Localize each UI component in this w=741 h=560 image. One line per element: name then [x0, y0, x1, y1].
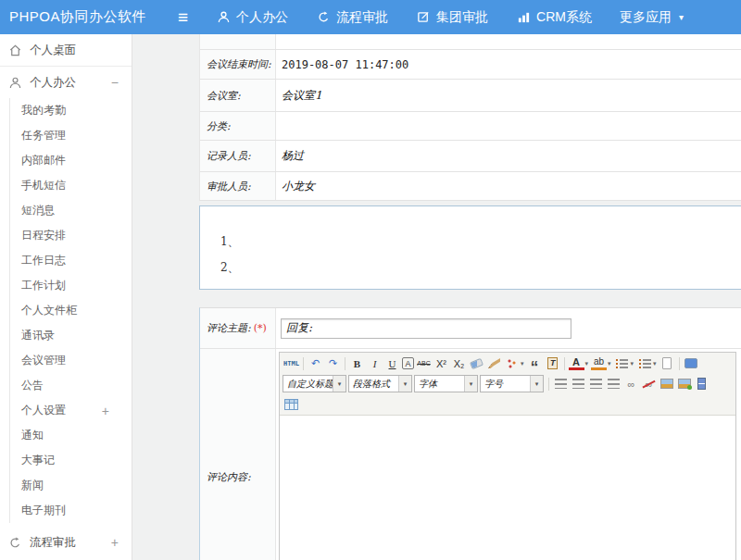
- sidebar-item-desktop[interactable]: 个人桌面: [0, 34, 132, 67]
- sidebar-item-8[interactable]: 个人文件柜: [10, 298, 132, 323]
- blockquote-icon[interactable]: “: [527, 355, 543, 372]
- eraser-icon[interactable]: [469, 355, 484, 372]
- sidebar-item-label: 任务管理: [21, 128, 66, 143]
- align-left-icon[interactable]: [553, 376, 569, 392]
- sidebar-item-11[interactable]: 公告: [10, 373, 132, 398]
- sidebar-item-13[interactable]: 通知: [10, 423, 132, 448]
- unordered-list-icon[interactable]: [636, 355, 652, 372]
- image-icon: [660, 379, 673, 389]
- sidebar-section-workflow[interactable]: 流程审批 +: [0, 527, 132, 558]
- caret-down-icon[interactable]: ▾: [631, 360, 634, 367]
- new-page-icon[interactable]: [659, 355, 675, 372]
- font-size-select[interactable]: 字号▾: [480, 375, 544, 392]
- bold-icon[interactable]: B: [349, 355, 365, 372]
- clear-format-icon: [488, 358, 500, 368]
- sidebar-item-14[interactable]: 大事记: [10, 448, 132, 473]
- dropdown-label: 自定义标题: [283, 378, 333, 391]
- align-justify-icon[interactable]: [606, 376, 622, 392]
- editor-content-area[interactable]: [280, 416, 735, 560]
- clear-format-icon[interactable]: [486, 355, 502, 372]
- sidebar-section-personal-office[interactable]: 个人办公 −: [0, 67, 132, 98]
- sidebar-item-4[interactable]: 短消息: [10, 198, 132, 223]
- insert-table-icon[interactable]: [283, 396, 299, 413]
- top-header: PHPOA协同办公软件 ≡ 个人办公流程审批集团审批CRM系统更多应用▾: [0, 0, 741, 34]
- expand-toggle[interactable]: +: [102, 404, 132, 418]
- sidebar-item-5[interactable]: 日程安排: [10, 223, 132, 248]
- nav-item-caret-down[interactable]: 更多应用▾: [620, 9, 684, 26]
- caret-down-icon[interactable]: ▾: [398, 376, 411, 392]
- caret-down-icon[interactable]: ▾: [653, 360, 657, 367]
- insert-image-icon: [678, 379, 691, 389]
- meeting-detail-table: 会议结束时间:2019-08-07 11:47:00会议室:会议室1分类:记录人…: [199, 34, 741, 201]
- sidebar-item-10[interactable]: 会议管理: [10, 348, 132, 373]
- row-label-cell: [200, 34, 276, 49]
- subscript-icon[interactable]: X₂: [451, 355, 467, 372]
- align-right-icon[interactable]: [588, 376, 604, 392]
- expand-toggle[interactable]: +: [111, 535, 132, 550]
- row-label: 会议结束时间:: [200, 50, 276, 79]
- format-painter-icon[interactable]: [504, 355, 520, 372]
- sidebar-item-9[interactable]: 通讯录: [10, 323, 132, 348]
- row-value-cell: [276, 34, 741, 49]
- align-left-icon: [555, 379, 567, 389]
- paragraph-format-select[interactable]: 段落格式▾: [348, 375, 412, 392]
- ordered-list-icon[interactable]: [614, 355, 630, 372]
- sidebar-item-label: 日程安排: [21, 228, 66, 243]
- meeting-minutes-box: 1、2、: [199, 205, 741, 290]
- sidebar-item-label: 电子期刊: [21, 503, 66, 518]
- font-family-select[interactable]: 字体▾: [414, 375, 478, 392]
- nav-item-label: 更多应用: [620, 9, 672, 26]
- caret-down-icon[interactable]: ▾: [608, 360, 611, 367]
- align-center-icon[interactable]: [571, 376, 586, 392]
- font-border-icon[interactable]: A: [402, 357, 414, 369]
- caret-down-icon[interactable]: ▾: [530, 376, 543, 392]
- sidebar-item-6[interactable]: 工作日志: [10, 248, 132, 273]
- caret-down-icon[interactable]: ▾: [464, 376, 477, 392]
- sidebar-item-15[interactable]: 新闻: [10, 473, 132, 498]
- unlink-icon[interactable]: ∞: [641, 376, 657, 392]
- redo-icon[interactable]: ↷: [325, 355, 341, 372]
- html-source-icon[interactable]: HTML: [283, 355, 299, 372]
- table-row: 分类:: [200, 112, 741, 141]
- sidebar-item-3[interactable]: 手机短信: [10, 173, 132, 198]
- nav-item-label: 集团审批: [436, 9, 488, 26]
- caret-down-icon[interactable]: ▾: [521, 360, 524, 367]
- nav-item-workflow[interactable]: 流程审批: [316, 9, 388, 26]
- collapse-toggle[interactable]: −: [111, 75, 132, 90]
- highlight-color-icon[interactable]: ab: [591, 356, 607, 370]
- sidebar-item-7[interactable]: 工作计划: [10, 273, 132, 298]
- row-value: 杨过: [276, 141, 741, 171]
- caret-down-icon[interactable]: ▾: [333, 376, 345, 392]
- hamburger-menu-icon[interactable]: ≡: [178, 8, 188, 26]
- nav-item-crm-chart[interactable]: CRM系统: [516, 9, 592, 26]
- caret-down-icon[interactable]: ▾: [585, 360, 589, 367]
- heading-style-select[interactable]: 自定义标题▾: [283, 375, 346, 392]
- strikethrough-icon[interactable]: ABC: [416, 355, 432, 372]
- row-value: 2019-08-07 11:47:00: [276, 50, 741, 79]
- user-icon: [216, 10, 231, 25]
- sidebar-item-label: 个人文件柜: [21, 303, 77, 318]
- sidebar-item-0[interactable]: 我的考勤: [10, 98, 132, 123]
- sidebar-item-1[interactable]: 任务管理: [10, 123, 132, 148]
- sidebar-item-label: 公告: [21, 378, 44, 393]
- insert-image-icon[interactable]: [676, 376, 692, 392]
- sidebar-item-2[interactable]: 内部邮件: [10, 148, 132, 173]
- nav-item-group-approve[interactable]: 集团审批: [416, 9, 488, 26]
- page-break-icon: [697, 378, 706, 390]
- font-color-icon[interactable]: A: [569, 356, 584, 370]
- undo-icon[interactable]: ↶: [308, 355, 323, 372]
- paste-text-icon[interactable]: [545, 355, 560, 372]
- nav-item-user[interactable]: 个人办公: [216, 9, 288, 26]
- italic-icon[interactable]: I: [367, 355, 383, 372]
- superscript-icon[interactable]: X²: [433, 355, 449, 372]
- toolbar-row-3: [283, 394, 733, 414]
- page-break-icon[interactable]: [694, 376, 710, 392]
- comment-subject-input[interactable]: [281, 318, 571, 339]
- sidebar-item-12[interactable]: 个人设置+: [10, 398, 132, 423]
- link-icon[interactable]: ∞: [623, 376, 639, 392]
- underline-icon[interactable]: U: [384, 355, 400, 372]
- image-icon[interactable]: [659, 376, 674, 392]
- comment-content-label-cell: 评论内容:: [200, 349, 276, 560]
- fullscreen-icon[interactable]: [684, 355, 699, 372]
- sidebar-item-16[interactable]: 电子期刊: [10, 498, 132, 523]
